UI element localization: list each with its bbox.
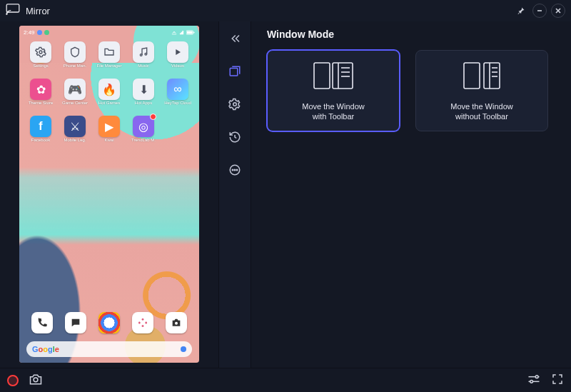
- card-with-toolbar[interactable]: Move the Window with Toolbar: [267, 50, 400, 131]
- dock-phone-icon[interactable]: [31, 312, 53, 333]
- svg-point-9: [175, 322, 178, 325]
- phone-app[interactable]: Music: [128, 41, 158, 76]
- fullscreen-button[interactable]: [551, 373, 564, 388]
- phone-app[interactable]: 🔥Hot Games: [94, 79, 124, 113]
- card-label: Move the Window with Toolbar: [302, 101, 364, 122]
- window-mode-icon[interactable]: [225, 61, 245, 81]
- status-dot-icon: [37, 30, 42, 35]
- phone-app[interactable]: Videos: [163, 41, 193, 76]
- svg-point-8: [145, 53, 147, 55]
- main: 2:49 Settings Phone Man. File Manager Mu…: [0, 21, 571, 368]
- google-logo: Google: [32, 345, 59, 353]
- window-controls: [514, 4, 565, 18]
- phone-app[interactable]: ◎TrendLab M.: [128, 116, 158, 150]
- dock-browser-icon[interactable]: [98, 312, 120, 333]
- phone-app[interactable]: Phone Man.: [60, 41, 90, 76]
- dock-gallery-icon[interactable]: [132, 312, 153, 333]
- svg-rect-10: [230, 69, 238, 76]
- svg-rect-4: [187, 31, 193, 33]
- mic-icon: [181, 346, 186, 352]
- phone-app[interactable]: fFacebook: [26, 116, 56, 150]
- svg-point-7: [140, 54, 142, 56]
- phone-dock: [25, 307, 193, 338]
- phone-preview-panel: 2:49 Settings Phone Man. File Manager Mu…: [0, 21, 218, 368]
- card-illustration-icon: [308, 60, 358, 94]
- phone-app[interactable]: ▶Kwai: [94, 116, 124, 150]
- svg-point-1: [6, 14, 8, 15]
- phone-status-bar: 2:49: [19, 26, 199, 36]
- phone-app[interactable]: ∞HeyTap Cloud: [163, 79, 193, 113]
- dock-camera-icon[interactable]: [166, 312, 187, 333]
- phone-clock: 2:49: [24, 29, 35, 36]
- side-toolbar: [218, 21, 251, 368]
- cast-icon: [6, 4, 20, 18]
- svg-point-15: [236, 169, 238, 171]
- svg-rect-23: [484, 63, 500, 89]
- status-right-icons: [171, 30, 195, 35]
- close-button[interactable]: [551, 4, 565, 18]
- bottom-bar: [0, 368, 571, 392]
- phone-app[interactable]: ⬇Hot Apps: [128, 79, 158, 113]
- phone-app[interactable]: Settings: [26, 41, 56, 76]
- settings-icon[interactable]: [225, 94, 245, 114]
- mirrored-phone[interactable]: 2:49 Settings Phone Man. File Manager Mu…: [19, 26, 199, 363]
- status-dot-icon: [44, 30, 49, 35]
- titlebar: Mirror: [0, 0, 571, 21]
- svg-point-28: [34, 377, 38, 381]
- phone-search-bar[interactable]: Google: [26, 341, 192, 357]
- minimize-button[interactable]: [532, 4, 547, 18]
- svg-rect-16: [314, 63, 330, 89]
- card-without-toolbar[interactable]: Move the Window without Toolbar: [415, 50, 548, 131]
- phone-app[interactable]: ✿Theme Store: [26, 79, 56, 113]
- svg-rect-5: [193, 31, 194, 33]
- svg-point-14: [234, 169, 236, 171]
- svg-point-30: [535, 375, 538, 378]
- app-title: Mirror: [26, 6, 50, 16]
- content-panel: Window Mode Move the Window with Toolbar: [251, 21, 571, 368]
- phone-app[interactable]: ⚔Mobile Leg.: [60, 116, 90, 150]
- card-label: Move the Window without Toolbar: [450, 101, 512, 122]
- svg-point-11: [233, 103, 237, 106]
- svg-point-13: [232, 169, 233, 171]
- phone-app-grid: Settings Phone Man. File Manager Music V…: [19, 36, 199, 150]
- history-icon[interactable]: [225, 127, 245, 147]
- pin-button[interactable]: [514, 4, 528, 18]
- svg-point-32: [530, 380, 533, 383]
- record-button[interactable]: [7, 375, 19, 386]
- settings-toggle-button[interactable]: [527, 373, 541, 388]
- screenshot-button[interactable]: [29, 373, 43, 388]
- svg-point-6: [39, 51, 42, 54]
- section-title: Window Mode: [267, 29, 555, 40]
- collapse-icon[interactable]: [225, 29, 245, 49]
- more-icon[interactable]: [225, 160, 245, 180]
- window-mode-cards: Move the Window with Toolbar Move the Wi…: [267, 50, 555, 131]
- phone-app[interactable]: File Manager: [94, 41, 124, 76]
- dock-messages-icon[interactable]: [65, 312, 86, 333]
- svg-rect-17: [333, 63, 353, 89]
- svg-rect-22: [464, 63, 480, 89]
- phone-app[interactable]: 🎮Game Center: [60, 79, 90, 113]
- card-illustration-icon: [457, 60, 507, 94]
